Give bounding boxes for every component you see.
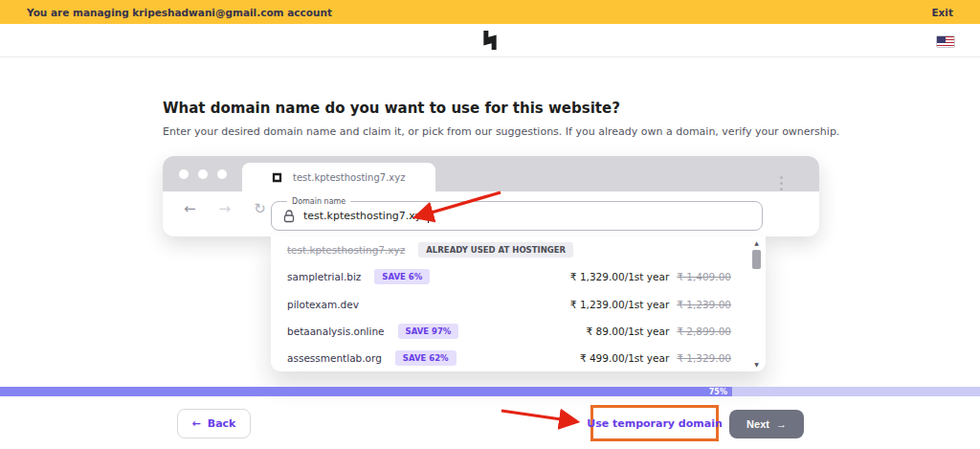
suggestion-row[interactable]: sampletrial.biz SAVE 6% ₹ 1,329.00/1st y… [271,263,766,290]
header [0,24,980,57]
progress-bar-fill: 75% [0,387,732,396]
page-subtitle: Enter your desired domain name and claim… [163,125,839,138]
save-badge: SAVE 97% [398,324,459,339]
hostinger-h-logo-icon [480,30,500,55]
dropdown-scrollbar[interactable]: ▲ ▼ [750,239,763,369]
browser-tab-title: test.kptesthosting7.xyz [293,172,405,183]
text-cursor [428,210,429,223]
suggestion-price: ₹ 89.00/1st year [587,326,670,337]
suggestion-domain: pilotexam.dev [287,299,359,310]
browser-forward-icon: → [219,202,232,216]
suggestion-row-current-domain[interactable]: test.kptesthosting7.xyz ALREADY USED AT … [271,236,766,263]
suggestion-price: ₹ 499.00/1st year [580,352,669,364]
progress-percent-label: 75% [709,388,727,396]
page-title: What domain name do you want to use for … [163,100,620,117]
suggestion-domain: sampletrial.biz [287,271,361,282]
progress-bar: 75% [0,387,980,396]
scrollbar-thumb[interactable] [752,250,761,269]
suggestion-row[interactable]: betaanalysis.online SAVE 97% ₹ 89.00/1st… [271,318,766,345]
browser-refresh-icon[interactable]: ↻ [254,202,266,216]
suggestion-old-price: ₹ 2,899.00 [677,326,731,337]
suggestion-old-price: ₹ 1,239.00 [677,299,731,310]
us-flag-language-icon[interactable] [936,35,955,48]
browser-back-icon[interactable]: ← [184,202,196,216]
suggestion-price: ₹ 1,239.00/1st year [570,299,669,310]
suggestion-old-price: ₹ 1,409.00 [677,271,731,282]
suggestion-row[interactable]: assessmentlab.org SAVE 62% ₹ 499.00/1st … [271,345,766,371]
page: You are managing kripeshadwani@gmail.com… [0,0,980,449]
domain-field-label: Domain name [287,197,350,206]
browser-chrome-bar: test.kptesthosting7.xyz [163,156,819,191]
suggestion-price: ₹ 1,329.00/1st year [570,271,669,282]
domain-input-value[interactable]: test.kptesthosting7.xyz [303,210,427,222]
domain-name-field[interactable]: Domain name test.kptesthosting7.xyz [271,201,763,231]
browser-tab[interactable]: test.kptesthosting7.xyz [242,163,435,191]
save-badge: SAVE 6% [374,269,430,284]
lock-icon [283,210,295,223]
suggestion-old-price: ₹ 1,329.00 [677,352,731,364]
annotation-highlight-box: Use temporary domain [590,405,719,441]
next-arrow-icon: → [776,418,787,430]
save-badge: SAVE 62% [395,350,457,366]
next-button[interactable]: Next → [729,410,804,438]
suggestion-domain: test.kptesthosting7.xyz [287,244,405,256]
use-temporary-domain-button[interactable]: Use temporary domain [587,417,723,430]
scroll-down-icon[interactable]: ▼ [754,361,759,369]
suggestion-domain: assessmentlab.org [287,352,382,364]
back-arrow-icon: ← [192,417,201,430]
browser-nav: ← → ↻ [184,202,266,216]
next-button-label: Next [746,418,769,430]
suggestion-row[interactable]: pilotexam.dev ₹ 1,239.00/1st year₹ 1,239… [271,290,766,317]
already-used-badge: ALREADY USED AT HOSTINGER [418,242,573,258]
exit-button[interactable]: Exit [931,7,953,18]
account-banner: You are managing kripeshadwani@gmail.com… [0,0,980,24]
back-button[interactable]: ← Back [177,409,251,438]
site-favicon-icon [271,171,283,184]
back-button-label: Back [208,417,236,430]
scroll-up-icon[interactable]: ▲ [754,239,759,247]
kebab-menu-icon[interactable] [776,172,787,194]
account-banner-text: You are managing kripeshadwani@gmail.com… [27,7,332,18]
annotation-arrow-temp-domain [501,411,574,421]
suggestion-domain: betaanalysis.online [287,326,385,337]
us-flag-canton [937,36,946,43]
domain-suggestions-dropdown: test.kptesthosting7.xyz ALREADY USED AT … [271,236,766,371]
window-control-dots-icon [179,169,227,179]
